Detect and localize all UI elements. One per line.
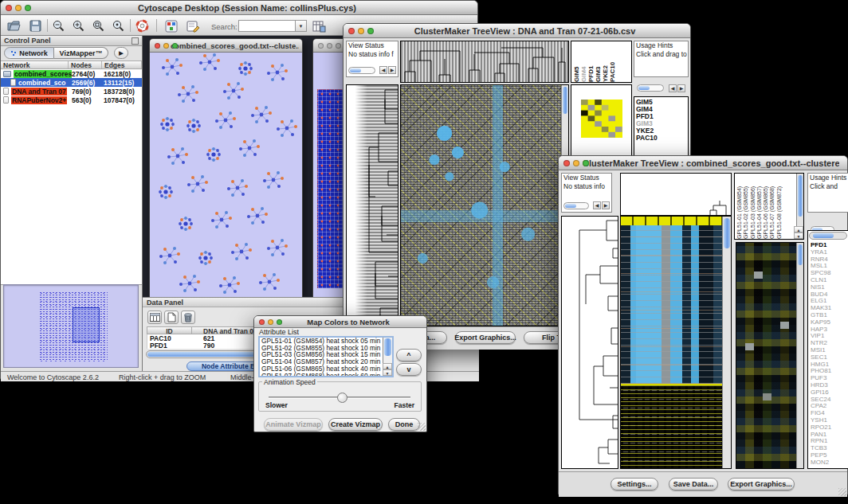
minimize-icon[interactable] bbox=[573, 160, 579, 166]
zoom-window-icon[interactable] bbox=[336, 43, 341, 49]
tv2-zoom-view[interactable] bbox=[736, 242, 804, 469]
window-controls[interactable] bbox=[259, 319, 282, 325]
close-icon[interactable] bbox=[348, 28, 355, 34]
help-button[interactable] bbox=[135, 18, 150, 33]
window-controls[interactable] bbox=[563, 160, 589, 166]
scroll-down-icon[interactable]: ▼ bbox=[794, 232, 803, 239]
zoom-window-icon[interactable] bbox=[25, 5, 31, 11]
tv1-titlebar[interactable]: ClusterMaker TreeView : DNA and Tran 07-… bbox=[344, 24, 690, 38]
scroll-thumb[interactable] bbox=[798, 244, 803, 265]
window-controls[interactable] bbox=[6, 5, 31, 11]
zoom-out-button[interactable] bbox=[51, 18, 66, 33]
network-table-row[interactable]: RNAPuberNov2+ 563(0) 107847(0) bbox=[1, 96, 142, 104]
plugin-manager-button[interactable] bbox=[163, 18, 179, 33]
animate-vizmap-button[interactable]: Animate Vizmap bbox=[264, 418, 323, 431]
tab-vizmapper[interactable]: VizMapper™ bbox=[54, 47, 108, 59]
network-table-row[interactable]: combined_scores 2764(0) 16218(0) bbox=[1, 69, 142, 78]
tv1-hints-scrollbar[interactable] bbox=[637, 84, 664, 92]
tv1-column-labels-panel[interactable]: GIM5GIM4PFD1GIM3YKE2PAC10 bbox=[571, 41, 632, 83]
tv2-export-graphics-button[interactable]: Export Graphics... bbox=[728, 478, 795, 490]
create-attribute-button[interactable] bbox=[164, 311, 179, 324]
scroll-down-icon[interactable]: ▼ bbox=[383, 369, 392, 376]
tv2-gene-labels-panel[interactable]: PFD1YRA1RNR4MSL1SPC98CLN1NIS1BUD4ELG1MAK… bbox=[807, 230, 848, 469]
search-dropdown-button[interactable]: ▼ bbox=[296, 20, 307, 32]
tabs-overflow-button[interactable]: ▶ bbox=[114, 47, 128, 59]
open-session-button[interactable] bbox=[6, 18, 22, 33]
search-input[interactable] bbox=[238, 20, 296, 32]
close-icon[interactable] bbox=[259, 319, 265, 325]
save-session-button[interactable] bbox=[28, 18, 43, 33]
scroll-thumb[interactable] bbox=[565, 204, 576, 208]
birdseye-viewport-rect[interactable] bbox=[73, 307, 100, 342]
scroll-right-icon[interactable]: ▶ bbox=[388, 66, 396, 74]
tv2-titlebar[interactable]: ClusterMaker TreeView : combined_scores_… bbox=[559, 156, 847, 170]
scroll-thumb[interactable] bbox=[798, 175, 803, 217]
tv2-column-dendrogram[interactable] bbox=[620, 173, 732, 216]
tv1-heatmap[interactable] bbox=[400, 84, 569, 326]
minimize-icon[interactable] bbox=[15, 5, 22, 11]
tv2-status-scrollbar[interactable] bbox=[563, 202, 589, 209]
tv2-save-data-button[interactable]: Save Data... bbox=[669, 478, 718, 490]
animation-speed-slider[interactable] bbox=[269, 397, 410, 399]
done-button[interactable]: Done bbox=[388, 418, 420, 431]
minimize-icon[interactable] bbox=[358, 28, 364, 34]
close-icon[interactable] bbox=[6, 5, 12, 11]
tv2-heatmap-vscrollbar[interactable] bbox=[722, 217, 731, 468]
import-network-button[interactable] bbox=[312, 18, 327, 33]
window-controls[interactable] bbox=[348, 28, 374, 34]
minimize-icon[interactable] bbox=[268, 319, 273, 325]
close-icon[interactable] bbox=[318, 43, 324, 49]
zoom-window-icon[interactable] bbox=[172, 43, 178, 49]
tv1-export-graphics-button[interactable]: Export Graphics... bbox=[455, 331, 516, 344]
tv1-status-scrollbar[interactable] bbox=[348, 67, 375, 74]
scroll-thumb[interactable] bbox=[638, 86, 650, 90]
scroll-right-icon[interactable]: ▶ bbox=[677, 84, 685, 92]
scroll-right-icon[interactable]: ▶ bbox=[602, 201, 610, 209]
close-icon[interactable] bbox=[155, 43, 160, 49]
select-attributes-button[interactable] bbox=[147, 311, 162, 324]
zoom-window-icon[interactable] bbox=[367, 28, 374, 34]
network-canvas[interactable] bbox=[150, 53, 302, 297]
network-view-window[interactable]: combined_scores_good.txt--cluste... bbox=[149, 38, 303, 297]
window-controls[interactable] bbox=[155, 43, 178, 49]
scroll-thumb[interactable] bbox=[563, 87, 567, 114]
network-birdseye-view[interactable] bbox=[3, 284, 139, 368]
resize-grip[interactable] bbox=[838, 488, 846, 496]
slider-thumb[interactable] bbox=[337, 393, 347, 403]
annotation-button[interactable] bbox=[186, 18, 201, 33]
move-up-button[interactable]: ^ bbox=[396, 349, 422, 361]
scroll-left-icon[interactable]: ◀ bbox=[379, 66, 387, 74]
zoom-window-icon[interactable] bbox=[277, 319, 282, 325]
tv2-gene-hscrollbar[interactable] bbox=[809, 232, 847, 240]
tv2-column-labels-panel[interactable]: GPL51-01 (GSM854)GPL51-02 (GSM855)GPL51-… bbox=[734, 173, 804, 240]
delete-attribute-button[interactable] bbox=[181, 311, 195, 324]
scroll-thumb[interactable] bbox=[813, 233, 834, 238]
close-icon[interactable] bbox=[563, 160, 570, 166]
scroll-up-icon[interactable]: ▲ bbox=[383, 363, 392, 369]
tv2-settings-button[interactable]: Settings... bbox=[610, 478, 658, 490]
float-panel-icon[interactable] bbox=[132, 37, 139, 45]
scroll-thumb[interactable] bbox=[724, 218, 730, 248]
network-table-row[interactable]: DNA and Tran 07 769(0) 183728(0) bbox=[1, 87, 142, 96]
network-view-titlebar[interactable]: combined_scores_good.txt--cluste... bbox=[150, 39, 302, 53]
minimize-icon[interactable] bbox=[163, 43, 169, 49]
attribute-list[interactable]: GPL51-01 (GSM854) heat shock 05 minGPL51… bbox=[258, 336, 394, 377]
tv2-heatmap[interactable] bbox=[620, 216, 732, 469]
scroll-thumb[interactable] bbox=[350, 68, 361, 72]
scroll-left-icon[interactable]: ◀ bbox=[593, 201, 601, 209]
window-controls-inactive[interactable] bbox=[318, 43, 341, 49]
zoom-selected-button[interactable] bbox=[111, 18, 126, 33]
main-titlebar[interactable]: Cytoscape Desktop (Session Name: collins… bbox=[1, 1, 477, 15]
tv2-zoom-vscrollbar[interactable] bbox=[796, 243, 803, 468]
resize-grip[interactable] bbox=[418, 423, 426, 431]
move-down-button[interactable]: v bbox=[396, 363, 422, 376]
zoom-fit-button[interactable] bbox=[91, 18, 106, 33]
scroll-thumb[interactable] bbox=[384, 338, 391, 356]
network-table-row[interactable]: combined_sco 2569(6) 13112(15) bbox=[1, 78, 142, 87]
attribute-list-item[interactable]: GPL51-07 (GSM868) heat shock 60 min bbox=[260, 373, 392, 377]
scroll-up-icon[interactable]: ▲ bbox=[794, 226, 803, 232]
tv1-column-dendrogram[interactable] bbox=[400, 41, 569, 83]
minimize-icon[interactable] bbox=[327, 43, 332, 49]
zoom-window-icon[interactable] bbox=[583, 160, 589, 166]
create-vizmap-button[interactable]: Create Vizmap bbox=[328, 418, 383, 431]
